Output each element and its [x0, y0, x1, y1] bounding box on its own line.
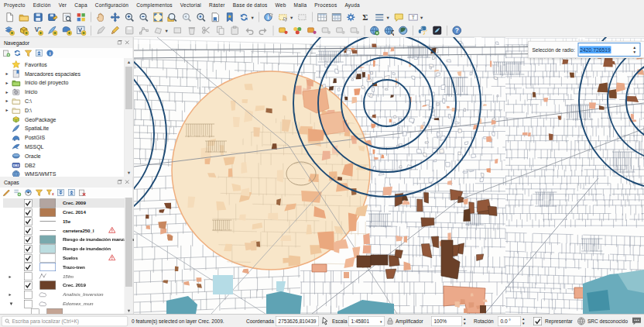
svg-text:DB2: DB2	[13, 164, 20, 167]
svg-text:i: i	[50, 50, 51, 56]
svg-text:T: T	[412, 14, 415, 19]
svg-text:Σ: Σ	[362, 12, 368, 22]
svg-text:ε: ε	[52, 191, 54, 196]
svg-text:i: i	[267, 14, 269, 21]
svg-text:Q: Q	[391, 29, 394, 36]
svg-text:?: ?	[455, 26, 459, 34]
